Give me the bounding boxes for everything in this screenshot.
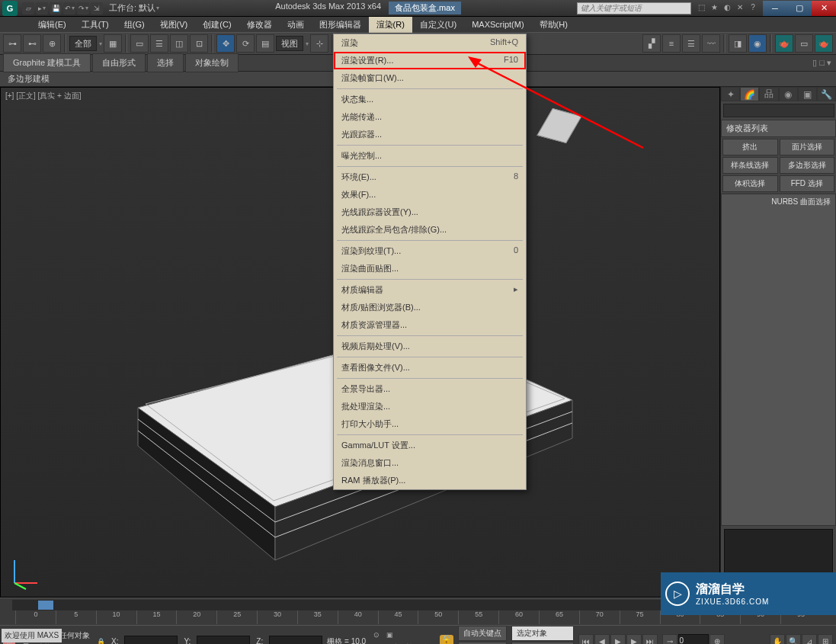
- cmd-button[interactable]: FFD 选择: [780, 175, 835, 192]
- render-setup-icon[interactable]: 🫖: [775, 34, 793, 53]
- menu-E[interactable]: 编辑(E): [30, 17, 74, 33]
- menu-item[interactable]: 全景导出器...: [334, 380, 526, 398]
- menu-item[interactable]: 渲染消息窗口...: [334, 454, 526, 472]
- menu-item[interactable]: 材质/贴图浏览器(B)...: [334, 299, 526, 316]
- cmd-tab-display-icon[interactable]: ▣: [798, 87, 817, 101]
- ribbon-collapse-icon[interactable]: ▯ □ ▾: [808, 56, 836, 69]
- cmd-button[interactable]: 样条线选择: [722, 157, 778, 174]
- window-cross-icon[interactable]: ⊡: [190, 34, 208, 53]
- rotate-icon[interactable]: ⟳: [236, 34, 255, 53]
- menu-item[interactable]: 渲染曲面贴图...: [334, 260, 526, 277]
- workspace-label[interactable]: 工作台: 默认: [109, 2, 155, 14]
- cmd-tab-utility-icon[interactable]: 🔧: [817, 87, 836, 101]
- zoom-all-icon[interactable]: ⊞: [818, 634, 833, 645]
- fov-icon[interactable]: ⊿: [802, 634, 817, 645]
- menu-U[interactable]: 自定义(U): [412, 17, 464, 33]
- scale-icon[interactable]: ▤: [256, 34, 274, 53]
- play-icon[interactable]: ▶: [610, 634, 626, 645]
- filter-icon[interactable]: ▦: [104, 34, 122, 53]
- menu-item[interactable]: 渲染设置(R)...F10: [334, 52, 526, 69]
- exchange-icon[interactable]: ✕: [735, 3, 745, 14]
- ribbon-tab-0[interactable]: Graphite 建模工具: [3, 53, 91, 72]
- render-icon[interactable]: 🫖: [815, 34, 833, 53]
- bind-icon[interactable]: ⊕: [43, 34, 61, 53]
- menu-item[interactable]: 光线跟踪全局包含/排除(G)...: [334, 221, 526, 239]
- search-input[interactable]: [577, 2, 691, 14]
- cmd-button[interactable]: 多边形选择: [780, 157, 835, 174]
- cmd-tab-hierarchy-icon[interactable]: 品: [759, 87, 778, 101]
- layers-icon[interactable]: ☰: [682, 34, 700, 53]
- ribbon-tab-3[interactable]: 对象绘制: [185, 53, 239, 72]
- region-icon[interactable]: ◫: [170, 34, 188, 53]
- qat-redo-icon[interactable]: ↷▾: [77, 2, 89, 14]
- mirror-icon[interactable]: ▞: [642, 34, 661, 53]
- keymode-icon[interactable]: ⊸: [662, 634, 677, 645]
- viewport-label[interactable]: [+] [正文] [真实 + 边面]: [5, 91, 81, 101]
- cmd-button[interactable]: 挤出: [722, 139, 778, 155]
- menu-item[interactable]: 渲染到纹理(T)...0: [334, 242, 526, 260]
- menu-item[interactable]: 材质编辑器▸: [334, 281, 526, 299]
- qat-open-icon[interactable]: ▸▾: [36, 2, 48, 14]
- coord-y-input[interactable]: [197, 636, 250, 645]
- select-name-icon[interactable]: ☰: [150, 34, 168, 53]
- selobj-dropdown[interactable]: 选定对象: [511, 626, 574, 641]
- nurbs-button[interactable]: NURBS 曲面选择: [721, 194, 836, 526]
- modifier-stack[interactable]: [724, 529, 833, 578]
- zoom-icon[interactable]: 🔍: [786, 634, 801, 645]
- curve-icon[interactable]: 〰: [702, 34, 720, 53]
- qat-link-icon[interactable]: ⇲: [91, 2, 103, 14]
- pan-icon[interactable]: ✋: [770, 634, 785, 645]
- star-icon[interactable]: ★: [709, 3, 719, 14]
- ribbon-tab-1[interactable]: 自由形式: [92, 53, 146, 72]
- next-frame-icon[interactable]: ▶: [626, 634, 642, 645]
- viewcube[interactable]: [544, 111, 582, 149]
- menu-item[interactable]: 曝光控制...: [334, 147, 526, 165]
- cmd-button[interactable]: 面片选择: [780, 139, 835, 155]
- menu-item[interactable]: 视频后期处理(V)...: [334, 338, 526, 355]
- current-frame-input[interactable]: [678, 634, 709, 645]
- cmd-button[interactable]: 体积选择: [722, 175, 778, 192]
- modifier-list-dropdown[interactable]: 修改器列表: [721, 120, 836, 137]
- render-frame-icon[interactable]: ▭: [795, 34, 813, 53]
- align-icon[interactable]: ≡: [662, 34, 681, 53]
- goto-end-icon[interactable]: ⏭: [642, 634, 658, 645]
- refcoord-dropdown[interactable]: 视图: [276, 36, 303, 51]
- goto-start-icon[interactable]: ⏮: [578, 634, 594, 645]
- menu-item[interactable]: 批处理渲染...: [334, 398, 526, 415]
- menu-[interactable]: 动画: [280, 17, 312, 33]
- coord-z-input[interactable]: [269, 636, 322, 645]
- coord-x-input[interactable]: [124, 636, 178, 645]
- qat-new-icon[interactable]: ▱: [22, 2, 34, 14]
- schematic-icon[interactable]: ◨: [729, 34, 747, 53]
- menu-item[interactable]: 光跟踪器...: [334, 126, 526, 143]
- menu-[interactable]: 图形编辑器: [312, 17, 369, 33]
- menu-H[interactable]: 帮助(H): [532, 17, 575, 33]
- menu-item[interactable]: 效果(F)...: [334, 186, 526, 203]
- menu-item[interactable]: RAM 播放器(P)...: [334, 472, 526, 489]
- menu-[interactable]: 修改器: [239, 17, 280, 33]
- window-maximize-button[interactable]: ▢: [787, 1, 812, 16]
- menu-item[interactable]: 渲染Shift+Q: [334, 34, 526, 52]
- lock-selection-icon[interactable]: 🔒: [94, 636, 107, 645]
- window-close-button[interactable]: ✕: [812, 1, 836, 16]
- isolate-icon[interactable]: ⊙: [370, 629, 383, 641]
- ribbon-tab-2[interactable]: 选择: [147, 53, 184, 72]
- prev-frame-icon[interactable]: ◀: [594, 634, 610, 645]
- time-config-icon[interactable]: ⊕: [709, 634, 725, 645]
- menu-MAXScriptM[interactable]: MAXScript(M): [464, 18, 531, 31]
- move-icon[interactable]: ✥: [216, 34, 235, 53]
- menu-V[interactable]: 视图(V): [152, 17, 196, 33]
- menu-item[interactable]: 光能传递...: [334, 108, 526, 126]
- select-icon[interactable]: ▭: [130, 34, 149, 53]
- xref-icon[interactable]: ▣: [383, 629, 396, 641]
- cmd-tab-modify-icon[interactable]: 🌈: [740, 87, 759, 101]
- menu-item[interactable]: 材质资源管理器...: [334, 316, 526, 334]
- app-logo-icon[interactable]: G: [2, 1, 18, 16]
- qat-save-icon[interactable]: 💾: [50, 2, 62, 14]
- cmd-tab-motion-icon[interactable]: ◉: [779, 87, 798, 101]
- unlink-icon[interactable]: ⊷: [23, 34, 41, 53]
- selection-set-dropdown[interactable]: 全部: [69, 36, 97, 51]
- link-icon[interactable]: ⊶: [3, 34, 21, 53]
- menu-item[interactable]: 环境(E)...8: [334, 168, 526, 186]
- menu-T[interactable]: 工具(T): [74, 17, 117, 33]
